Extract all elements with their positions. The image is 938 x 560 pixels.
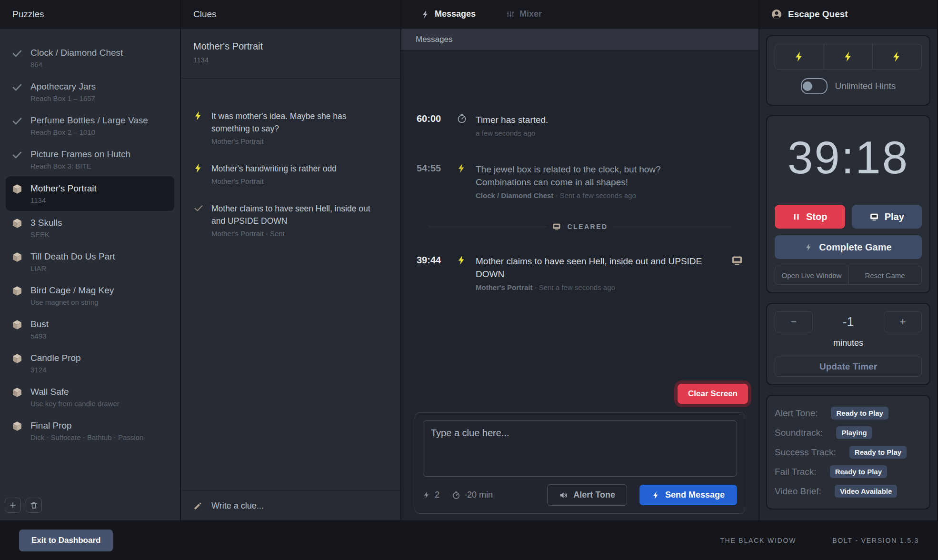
- puzzle-detail: 3124: [30, 366, 81, 374]
- clue-item[interactable]: It was mother's idea. Maybe she has some…: [181, 103, 400, 156]
- stop-button[interactable]: Stop: [775, 205, 845, 229]
- puzzle-detail: LIAR: [30, 264, 115, 272]
- check-icon: [11, 48, 23, 59]
- clear-screen-row: Clear Screen: [401, 384, 758, 404]
- audio-label: Success Track:: [775, 447, 836, 458]
- puzzles-list: Clock / Diamond Chest 864 Apothecary Jar…: [0, 29, 180, 492]
- selected-puzzle-name: Mother's Portrait: [193, 41, 388, 52]
- bolt-icon: [193, 110, 204, 121]
- puzzle-item[interactable]: Till Death Do Us Part LIAR: [0, 245, 180, 279]
- alert-tone-button[interactable]: Alert Tone: [547, 484, 627, 506]
- bolt-icon: [193, 163, 204, 173]
- hint-cost-value: 2: [435, 490, 439, 500]
- puzzle-item[interactable]: Perfume Bottles / Large Vase Reach Box 2…: [0, 109, 180, 142]
- audio-row: Success Track: Ready to Play: [775, 442, 922, 462]
- hint-buttons: [775, 44, 922, 70]
- message-meta: Clock / Diamond Chest - Sent a few secon…: [476, 191, 704, 200]
- timer-secondary-buttons: Open Live Window Reset Game: [775, 266, 922, 285]
- monitor-icon[interactable]: [731, 255, 743, 265]
- message-source: Mother's Portrait: [476, 283, 532, 291]
- control-panel: Escape Quest Unlimited Hints 39:18 Stop: [759, 0, 937, 520]
- clues-selected-puzzle: Mother's Portrait 1134: [181, 29, 400, 79]
- add-puzzle-button[interactable]: [5, 498, 21, 513]
- messages-panel: Messages Mixer Messages 60:00 Timer has …: [401, 0, 759, 520]
- pause-icon: [792, 213, 800, 221]
- tab-mixer[interactable]: Mixer: [506, 9, 542, 19]
- clue-text: It was mother's idea. Maybe she has some…: [211, 110, 378, 135]
- clue-item[interactable]: Mother's handwriting is rather odd Mothe…: [181, 156, 400, 196]
- minutes-stepper: − -1 +: [775, 311, 922, 332]
- clear-screen-button[interactable]: Clear Screen: [678, 384, 748, 404]
- puzzle-item-selected[interactable]: Mother's Portrait 1134: [6, 176, 174, 211]
- puzzle-name: Wall Safe: [30, 386, 120, 397]
- bolt-icon: [423, 491, 431, 499]
- status-badge: Ready to Play: [849, 446, 907, 459]
- clues-title: Clues: [193, 9, 217, 20]
- minus-button[interactable]: −: [775, 311, 813, 332]
- write-clue-row[interactable]: Write a clue...: [181, 490, 400, 520]
- puzzles-title: Puzzles: [12, 9, 44, 20]
- app-window: Puzzles Clock / Diamond Chest 864 Apothe…: [0, 0, 938, 520]
- puzzle-detail: Use magnet on string: [30, 298, 114, 306]
- puzzle-name: Candle Prop: [30, 352, 81, 363]
- open-live-window-button[interactable]: Open Live Window: [775, 266, 848, 284]
- message-meta: Mother's Portrait - Sent a few seconds a…: [476, 283, 704, 291]
- audio-label: Soundtrack:: [775, 428, 823, 438]
- selected-puzzle-code: 1134: [193, 56, 388, 64]
- puzzle-item[interactable]: Clock / Diamond Chest 864: [0, 41, 180, 75]
- bolt-icon: [652, 491, 660, 500]
- plus-button[interactable]: +: [884, 311, 922, 332]
- puzzle-detail: 864: [30, 60, 123, 69]
- clue-input[interactable]: [423, 420, 737, 477]
- puzzle-item[interactable]: Wall Safe Use key from candle drawer: [0, 380, 180, 414]
- speaker-icon: [559, 490, 569, 500]
- play-button[interactable]: Play: [852, 205, 922, 229]
- audio-label: Alert Tone:: [775, 408, 818, 419]
- write-clue-prompt: Write a clue...: [211, 501, 264, 511]
- puzzle-detail: Reach Box 1 – 1657: [30, 94, 96, 102]
- puzzle-detail: 5493: [30, 332, 49, 340]
- reset-game-button[interactable]: Reset Game: [848, 266, 921, 284]
- cube-icon: [11, 387, 23, 398]
- message-text: The jewel box is related to the clock, b…: [476, 163, 704, 189]
- puzzle-name: 3 Skulls: [30, 217, 62, 228]
- hints-card: Unlimited Hints: [766, 35, 930, 106]
- puzzle-name: Mother's Portrait: [30, 183, 97, 194]
- composer-toolbar: 2 -20 min Alert Tone Send Message: [423, 484, 737, 506]
- puzzle-item[interactable]: Picture Frames on Hutch Reach Box 3: BIT…: [0, 142, 180, 176]
- timer-controls: Stop Play: [775, 205, 922, 229]
- puzzle-item[interactable]: Bird Cage / Mag Key Use magnet on string: [0, 279, 180, 312]
- delete-puzzle-button[interactable]: [26, 498, 42, 513]
- message-text: Timer has started.: [476, 113, 548, 126]
- clue-source: Mother's Portrait: [211, 137, 378, 145]
- audio-label: Video Brief:: [775, 486, 821, 497]
- cleared-divider: CLEARED: [428, 222, 732, 231]
- hint-button-3[interactable]: [872, 44, 921, 69]
- complete-game-button[interactable]: Complete Game: [775, 235, 922, 259]
- hint-button-1[interactable]: [775, 44, 824, 69]
- tab-mixer-label: Mixer: [519, 9, 542, 19]
- clues-header: Clues: [181, 0, 400, 29]
- update-timer-button[interactable]: Update Timer: [775, 357, 922, 377]
- message-row: 39:44 Mother claims to have seen Hell, i…: [401, 255, 758, 291]
- timer-icon: [457, 113, 467, 124]
- puzzle-item[interactable]: Bust 5493: [0, 312, 180, 346]
- hint-button-2[interactable]: [824, 44, 873, 69]
- cube-icon: [11, 183, 23, 195]
- bolt-icon: [457, 255, 467, 265]
- puzzle-item[interactable]: Candle Prop 3124: [0, 346, 180, 380]
- message-list: 60:00 Timer has started. a few seconds a…: [401, 50, 758, 384]
- complete-game-label: Complete Game: [819, 242, 891, 253]
- cube-icon: [11, 353, 23, 364]
- message-meta-suffix: - Sent a few seconds ago: [553, 191, 636, 200]
- mixer-icon: [506, 10, 515, 19]
- unlimited-hints-toggle[interactable]: [801, 78, 828, 94]
- puzzle-item[interactable]: Apothecary Jars Reach Box 1 – 1657: [0, 75, 180, 109]
- clue-source: Mother's Portrait - Sent: [211, 230, 378, 238]
- puzzle-item[interactable]: 3 Skulls SEEK: [0, 211, 180, 245]
- clue-item[interactable]: Mother claims to have seen Hell, inside …: [181, 196, 400, 248]
- puzzle-item[interactable]: Final Prop Dick - Suffocate - Bathtub - …: [0, 414, 180, 448]
- tab-messages[interactable]: Messages: [421, 9, 476, 19]
- send-message-button[interactable]: Send Message: [639, 485, 737, 505]
- exit-dashboard-button[interactable]: Exit to Dashboard: [19, 530, 113, 551]
